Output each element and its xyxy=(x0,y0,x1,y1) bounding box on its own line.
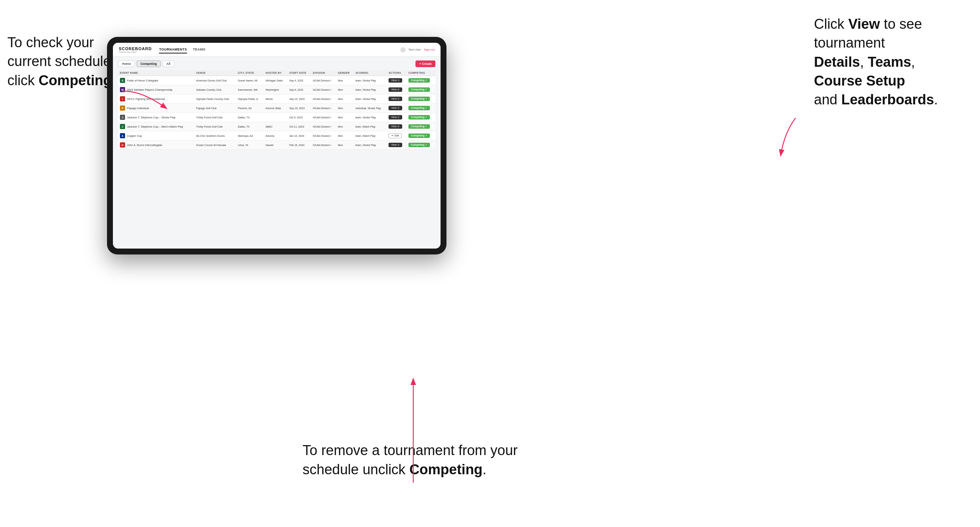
arrow-br xyxy=(365,368,439,486)
nav-link-tournaments[interactable]: TOURNAMENTS xyxy=(159,46,187,54)
user-icon xyxy=(400,47,406,52)
team-logo: S xyxy=(120,78,125,83)
competing-button[interactable]: Competing ✓ xyxy=(409,97,430,101)
annotation-top-right: Click View to see tournament Details, Te… xyxy=(814,15,973,109)
gender-cell: Men xyxy=(336,94,354,104)
venue-cell: Olympia Fields Country Club xyxy=(194,94,236,104)
competing-cell[interactable]: Competing ✓ xyxy=(407,85,435,94)
competing-button[interactable]: Competing ✓ xyxy=(409,124,430,129)
competing-button[interactable]: Competing ✓ xyxy=(409,133,430,138)
start-date-cell: Sep 4, 2023 xyxy=(288,76,311,85)
table-row: A Copper Cup Ak-Chin Southern DunesMaric… xyxy=(118,131,435,141)
table-row: S Folds of Honor Collegiate American Dun… xyxy=(118,76,435,85)
hosted-by-cell: Illinois xyxy=(264,94,288,104)
division-cell: NCAA Division I xyxy=(311,141,336,150)
view-button[interactable]: View ⊙ xyxy=(388,97,402,101)
venue-cell: Sahalee Country Club xyxy=(194,85,236,94)
gender-cell: Men xyxy=(336,85,354,94)
view-button[interactable]: View ⊙ xyxy=(388,78,402,83)
view-button[interactable]: View ⊙ xyxy=(388,124,402,129)
city-state-cell: Lihue, HI xyxy=(236,141,263,150)
view-button[interactable]: View ⊙ xyxy=(388,115,402,119)
scoring-cell: team, Match Play xyxy=(353,131,387,141)
city-state-cell: Dallas, TX xyxy=(236,113,263,122)
actions-cell[interactable]: View ⊙ xyxy=(387,122,407,131)
event-name: Jackson T. Stephens Cup – Men's Match Pl… xyxy=(127,125,183,129)
filter-tab-all[interactable]: All xyxy=(162,60,175,67)
division-cell: NCAA Division I xyxy=(311,131,336,141)
edit-button[interactable]: ✏ Edit xyxy=(388,133,402,138)
view-button[interactable]: View ⊙ xyxy=(388,106,402,110)
actions-cell[interactable]: View ⊙ xyxy=(387,94,407,104)
hosted-by-cell xyxy=(264,113,288,122)
actions-cell[interactable]: View ⊙ xyxy=(387,141,407,150)
view-button[interactable]: View ⊙ xyxy=(388,143,402,147)
logo-subtitle: Powered by clippi xyxy=(119,51,152,53)
start-date-cell: Oct 11, 2023 xyxy=(288,122,311,131)
actions-cell[interactable]: View ⊙ xyxy=(387,76,407,85)
logo-title: SCOREBOARD xyxy=(119,46,152,51)
scoring-cell: team, Match Play xyxy=(353,122,387,131)
division-cell: NCAA Division I xyxy=(311,85,336,94)
competing-cell[interactable]: Competing ✓ xyxy=(407,94,435,104)
venue-cell: American Dunes Golf Club xyxy=(194,76,236,85)
col-scoring: SCORING xyxy=(353,70,387,76)
competing-button[interactable]: Competing ✓ xyxy=(409,87,430,92)
division-cell: NCAA Division I xyxy=(311,113,336,122)
competing-button[interactable]: Competing ✓ xyxy=(409,143,430,147)
venue-cell: Ocean Course At Hokuala xyxy=(194,141,236,150)
event-name-cell: A Copper Cup xyxy=(118,131,194,141)
start-date-cell: Feb 15, 2024 xyxy=(288,141,311,150)
actions-cell[interactable]: View ⊙ xyxy=(387,113,407,122)
scoring-cell: team, Stroke Play xyxy=(353,141,387,150)
venue-cell: Papago Golf Club xyxy=(194,104,236,113)
table-row: J Jackson T. Stephens Cup – Men's Match … xyxy=(118,122,435,131)
scoring-cell: team, Stroke Play xyxy=(353,113,387,122)
city-state-cell: Sammamish, WA xyxy=(236,85,263,94)
competing-button[interactable]: Competing ✓ xyxy=(409,115,430,119)
nav-logo: SCOREBOARD Powered by clippi xyxy=(119,46,152,53)
gender-cell: Men xyxy=(336,113,354,122)
col-event-name: EVENT NAME xyxy=(118,70,194,76)
actions-cell[interactable]: View ⊙ xyxy=(387,85,407,94)
competing-button[interactable]: Competing ✓ xyxy=(409,106,430,110)
filter-tab-home[interactable]: Home xyxy=(118,60,135,67)
nav-links: TOURNAMENTS TEAMS xyxy=(159,46,400,54)
hosted-by-cell: Arizona xyxy=(264,131,288,141)
nav-link-teams[interactable]: TEAMS xyxy=(193,46,205,54)
competing-button[interactable]: Competing ✓ xyxy=(409,78,430,83)
filter-tab-competing[interactable]: Competing xyxy=(137,60,161,67)
gender-cell: Men xyxy=(336,76,354,85)
col-start-date: START DATE xyxy=(288,70,311,76)
scoring-cell: team, Stroke Play xyxy=(353,94,387,104)
arrow-tr xyxy=(773,114,803,159)
col-hosted-by: HOSTED BY xyxy=(264,70,288,76)
event-name-cell: H John A. Burns Intercollegiate xyxy=(118,141,194,150)
nav-signout[interactable]: Sign out xyxy=(424,48,435,51)
competing-cell[interactable]: Competing ✓ xyxy=(407,76,435,85)
actions-cell[interactable]: ✏ Edit xyxy=(387,131,407,141)
view-button[interactable]: View ⊙ xyxy=(388,87,402,92)
actions-cell[interactable]: View ⊙ xyxy=(387,104,407,113)
hosted-by-cell: Hawaii xyxy=(264,141,288,150)
content-area: Home Competing All + Create EVENT NAME V… xyxy=(113,57,441,249)
venue-cell: Ak-Chin Southern Dunes xyxy=(194,131,236,141)
hosted-by-cell: Michigan State xyxy=(264,76,288,85)
create-button[interactable]: + Create xyxy=(415,60,435,67)
competing-cell[interactable]: Competing ✓ xyxy=(407,113,435,122)
event-name-cell: J Jackson T. Stephens Cup – Men's Match … xyxy=(118,122,194,131)
col-division: DIVISION xyxy=(311,70,336,76)
venue-cell: Trinity Forest Golf Club xyxy=(194,113,236,122)
competing-cell[interactable]: Competing ✓ xyxy=(407,122,435,131)
filter-tabs: Home Competing All xyxy=(118,60,175,67)
gender-cell: Men xyxy=(336,104,354,113)
team-logo: J xyxy=(120,124,125,129)
city-state-cell: Phoenix, AZ xyxy=(236,104,263,113)
division-cell: NCAA Division I xyxy=(311,94,336,104)
division-cell: NCAA Division I xyxy=(311,122,336,131)
hosted-by-cell: Washington xyxy=(264,85,288,94)
nav-user-label: Test User xyxy=(409,48,421,51)
competing-cell[interactable]: Competing ✓ xyxy=(407,104,435,113)
competing-cell[interactable]: Competing ✓ xyxy=(407,141,435,150)
competing-cell[interactable]: Competing ✓ xyxy=(407,131,435,141)
